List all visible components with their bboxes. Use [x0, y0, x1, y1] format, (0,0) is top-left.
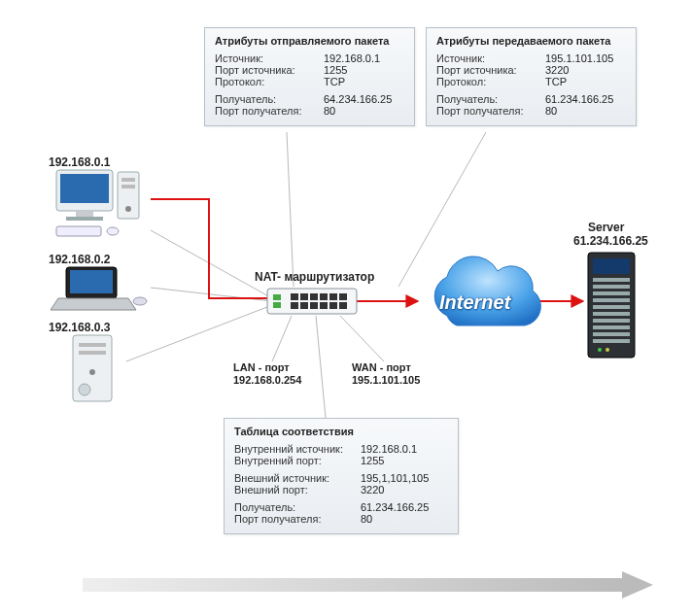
pc1-label: 192.168.0.1 — [49, 155, 110, 169]
nt-esrc-lbl: Внешний источник: — [234, 472, 361, 484]
nat-table-title: Таблица соответствия — [234, 426, 448, 437]
lan-port-label-2: 192.168.0.254 — [233, 374, 301, 386]
nt-dst-val: 61.234.166.25 — [361, 501, 429, 513]
svg-rect-45 — [339, 302, 347, 309]
pc3-label: 192.168.0.3 — [49, 321, 110, 334]
svg-marker-11 — [622, 571, 653, 599]
svg-point-25 — [133, 297, 147, 305]
svg-rect-57 — [593, 339, 630, 343]
tr-sport-lbl: Порт источника: — [436, 64, 545, 76]
svg-line-6 — [340, 316, 384, 361]
wan-port-label-2: 195.1.101.105 — [352, 374, 420, 386]
out-proto-lbl: Протокол: — [215, 76, 324, 87]
out-src-val: 192.168.0.1 — [324, 52, 380, 64]
svg-rect-48 — [593, 278, 630, 282]
svg-point-21 — [107, 227, 119, 235]
out-dport-lbl: Порт получателя: — [215, 105, 324, 117]
lan-port-label-1: LAN - порт — [233, 361, 290, 373]
svg-rect-38 — [329, 293, 337, 300]
outgoing-packet-title: Атрибуты отправляемого пакета — [215, 35, 404, 47]
svg-rect-37 — [320, 293, 328, 300]
svg-rect-43 — [320, 302, 328, 309]
svg-line-2 — [126, 305, 272, 361]
server-label-1: Server — [588, 221, 624, 234]
nt-isrc-val: 192.168.0.1 — [361, 443, 417, 455]
svg-rect-52 — [593, 305, 630, 309]
svg-rect-34 — [291, 293, 298, 300]
svg-rect-42 — [310, 302, 318, 309]
svg-rect-54 — [593, 319, 630, 323]
nt-isrc-lbl: Внутренний источник: — [234, 443, 361, 455]
svg-rect-20 — [56, 226, 101, 236]
svg-rect-55 — [593, 325, 630, 329]
svg-rect-51 — [593, 298, 630, 302]
nat-router-icon — [267, 289, 357, 314]
svg-line-0 — [151, 230, 272, 298]
svg-rect-47 — [593, 258, 630, 274]
flow-arrow — [83, 571, 653, 599]
tr-dst-lbl: Получатель: — [436, 93, 545, 105]
svg-rect-41 — [300, 302, 308, 309]
svg-point-29 — [89, 369, 95, 375]
svg-point-19 — [125, 206, 131, 212]
svg-rect-56 — [593, 332, 630, 336]
svg-point-59 — [606, 348, 609, 352]
tr-proto-lbl: Протокол: — [436, 76, 545, 87]
nt-iport-val: 1255 — [361, 455, 384, 466]
svg-rect-35 — [300, 293, 308, 300]
svg-rect-15 — [66, 217, 103, 221]
outgoing-packet-box: Атрибуты отправляемого пакета Источник:1… — [204, 27, 415, 126]
nat-table-box: Таблица соответствия Внутренний источник… — [224, 418, 459, 534]
svg-rect-33 — [273, 302, 281, 308]
nt-esrc-val: 195,1,101,105 — [361, 472, 429, 484]
out-dst-lbl: Получатель: — [215, 93, 324, 105]
out-proto-val: TCP — [324, 76, 345, 87]
tr-proto-val: TCP — [545, 76, 567, 87]
svg-rect-40 — [291, 302, 298, 309]
tr-src-val: 195.1.101.105 — [545, 52, 613, 64]
svg-rect-32 — [273, 294, 281, 300]
out-dst-val: 64.234.166.25 — [324, 93, 392, 105]
svg-rect-18 — [121, 185, 135, 188]
svg-rect-49 — [593, 285, 630, 289]
svg-rect-23 — [70, 270, 113, 293]
svg-line-3 — [287, 132, 294, 287]
nt-iport-lbl: Внутренний порт: — [234, 455, 361, 466]
nt-eport-val: 3220 — [361, 484, 384, 496]
svg-rect-28 — [79, 351, 106, 355]
tr-sport-val: 3220 — [545, 64, 569, 76]
translated-packet-title: Атрибуты передаваемого пакета — [436, 35, 626, 47]
internet-label: Internet — [439, 291, 510, 314]
pc2-label: 192.168.0.2 — [49, 253, 110, 266]
tr-dport-val: 80 — [545, 105, 557, 117]
out-sport-lbl: Порт источника: — [215, 64, 324, 76]
nt-eport-lbl: Внешний порт: — [234, 484, 361, 496]
svg-point-30 — [79, 384, 90, 395]
svg-marker-24 — [51, 298, 136, 310]
wan-port-label-1: WAN - порт — [352, 361, 411, 373]
nt-dport-val: 80 — [361, 513, 372, 525]
svg-rect-50 — [593, 291, 630, 295]
svg-rect-36 — [310, 293, 318, 300]
translated-packet-box: Атрибуты передаваемого пакета Источник:1… — [426, 27, 637, 126]
svg-line-5 — [272, 316, 292, 361]
pc1-icon — [56, 170, 139, 236]
server-icon — [588, 253, 635, 358]
nt-dst-lbl: Получатель: — [234, 501, 361, 513]
svg-rect-13 — [60, 174, 109, 203]
svg-rect-27 — [79, 343, 106, 347]
tr-dst-val: 61.234.166.25 — [545, 93, 613, 105]
nat-label: NAT- маршрутизатор — [255, 270, 374, 284]
svg-rect-14 — [76, 211, 93, 217]
out-src-lbl: Источник: — [215, 52, 324, 64]
svg-rect-17 — [121, 178, 135, 182]
svg-rect-10 — [83, 578, 622, 592]
tr-src-lbl: Источник: — [436, 52, 545, 64]
svg-rect-44 — [329, 302, 337, 309]
svg-rect-53 — [593, 312, 630, 316]
svg-line-7 — [316, 316, 326, 418]
nt-dport-lbl: Порт получателя: — [234, 513, 361, 525]
server-label-2: 61.234.166.25 — [573, 234, 648, 248]
svg-rect-39 — [339, 293, 347, 300]
out-sport-val: 1255 — [324, 64, 347, 76]
